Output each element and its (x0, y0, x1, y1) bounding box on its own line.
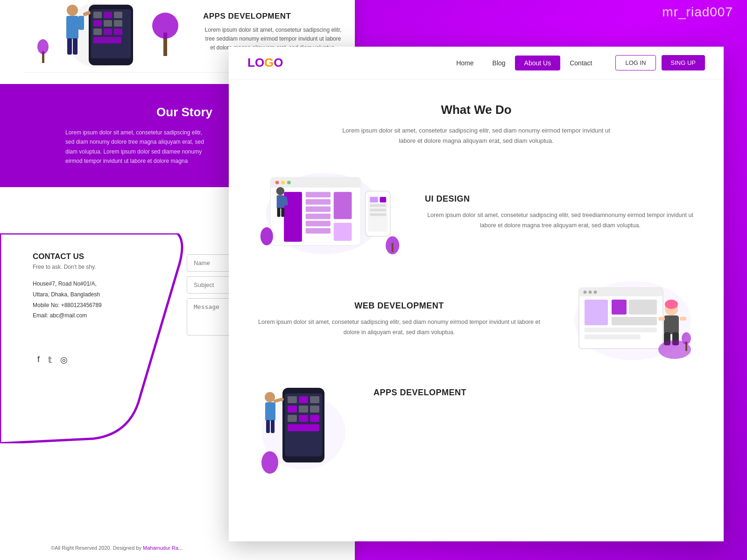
svg-point-27 (275, 181, 279, 184)
designer-name: Mahamudur Ra... (143, 545, 183, 551)
login-button[interactable]: LOG IN (615, 55, 655, 70)
svg-rect-81 (299, 396, 308, 403)
svg-point-76 (682, 332, 691, 344)
svg-point-53 (261, 227, 273, 245)
svg-rect-42 (380, 197, 387, 203)
ui-design-text: UI DESIGN Lorem ipsum dolor sit amet, co… (416, 194, 696, 231)
svg-rect-91 (265, 402, 275, 421)
svg-rect-64 (612, 317, 657, 325)
svg-rect-31 (306, 192, 331, 198)
svg-rect-65 (585, 328, 657, 332)
svg-rect-11 (114, 28, 122, 35)
svg-rect-33 (306, 207, 331, 212)
apps-dev-bottom-section: APPS DEVELOPMENT (229, 374, 724, 488)
svg-rect-63 (629, 300, 657, 315)
svg-rect-44 (370, 209, 386, 211)
svg-rect-83 (288, 406, 297, 413)
contact-address: House#7, Road No#01/A, Uttara, Dhaka, Ba… (33, 279, 168, 321)
svg-point-46 (276, 187, 284, 195)
svg-rect-49 (277, 208, 281, 217)
svg-rect-6 (93, 20, 102, 27)
signup-button[interactable]: SING UP (662, 55, 705, 70)
svg-rect-84 (299, 406, 308, 413)
our-story-title: Our Story (65, 105, 212, 119)
svg-rect-52 (392, 243, 394, 252)
svg-point-13 (67, 5, 78, 16)
svg-rect-8 (114, 20, 122, 27)
svg-rect-66 (585, 335, 641, 339)
ui-design-section: UI DESIGN Lorem ipsum dolor sit amet, co… (229, 160, 724, 269)
svg-rect-34 (306, 214, 331, 219)
svg-rect-62 (612, 300, 627, 315)
svg-point-90 (265, 392, 275, 402)
svg-rect-35 (306, 221, 331, 227)
svg-rect-93 (266, 420, 270, 433)
web-dev-section: WEB DEVELOPMENT Lorem ipsum dolor sit am… (229, 269, 724, 374)
svg-rect-69 (664, 315, 679, 334)
web-dev-text: WEB DEVELOPMENT Lorem ipsum dolor sit am… (257, 301, 542, 337)
svg-rect-5 (114, 12, 122, 18)
svg-rect-17 (67, 38, 72, 55)
ui-design-body: Lorem ipsum dolor sit amet, consetetur s… (425, 210, 696, 231)
instagram-icon[interactable]: ◎ (60, 355, 68, 365)
svg-rect-32 (306, 199, 331, 205)
svg-rect-50 (281, 208, 284, 217)
web-dev-illustration (556, 274, 696, 364)
svg-rect-45 (370, 213, 386, 216)
what-we-do-section: What We Do Lorem ipsum dolor sit amet, c… (229, 79, 724, 160)
ui-design-title: UI DESIGN (425, 194, 696, 204)
svg-point-20 (152, 13, 178, 39)
svg-rect-80 (288, 396, 297, 403)
web-dev-title: WEB DEVELOPMENT (257, 301, 542, 311)
svg-rect-94 (271, 420, 275, 433)
footer-text: ©All Right Reserved 2020. Designed by (51, 545, 143, 551)
svg-point-29 (287, 181, 291, 184)
nav-links: Home Blog About Us Contact (447, 56, 601, 70)
svg-point-95 (261, 451, 278, 474)
nav-buttons: LOG IN SING UP (615, 55, 705, 70)
what-we-do-body: Lorem ipsum dolor sit amet, consetetur s… (336, 126, 616, 146)
svg-rect-36 (306, 228, 331, 234)
svg-rect-72 (658, 317, 665, 321)
watermark: mr_riad007 (662, 5, 733, 20)
svg-point-22 (37, 39, 49, 54)
ui-design-illustration (257, 165, 402, 260)
svg-point-58 (584, 291, 587, 294)
svg-rect-43 (370, 204, 386, 207)
svg-rect-88 (310, 415, 319, 422)
svg-rect-38 (334, 223, 352, 241)
what-we-do-title: What We Do (266, 103, 686, 117)
svg-point-28 (281, 181, 285, 184)
nav-blog[interactable]: Blog (483, 56, 515, 70)
contact-tagline: Free to ask. Don't be shy. (33, 264, 168, 270)
svg-point-59 (589, 291, 592, 294)
svg-rect-7 (104, 20, 112, 27)
svg-rect-3 (93, 12, 102, 18)
apps-dev-bottom-text: APPS DEVELOPMENT (374, 378, 696, 404)
svg-rect-73 (680, 317, 686, 321)
navbar: LOGO Home Blog About Us Contact LOG IN S… (229, 47, 724, 79)
svg-rect-61 (585, 300, 608, 325)
nav-home[interactable]: Home (447, 56, 483, 70)
svg-rect-18 (73, 38, 78, 55)
apps-dev-bottom-title: APPS DEVELOPMENT (374, 388, 696, 398)
svg-rect-85 (310, 406, 319, 413)
web-dev-body: Lorem ipsum dolor sit amet, consetetur s… (257, 317, 542, 337)
svg-rect-4 (104, 12, 112, 18)
svg-rect-14 (66, 16, 78, 39)
contact-heading: CONTACT US (33, 252, 168, 261)
svg-rect-89 (288, 424, 319, 431)
nav-contact[interactable]: Contact (560, 56, 601, 70)
apps-dev-bottom-illustration (257, 378, 359, 478)
svg-rect-12 (93, 37, 121, 43)
facebook-icon[interactable]: f (37, 355, 40, 365)
nav-about[interactable]: About Us (515, 56, 561, 70)
front-page: LOGO Home Blog About Us Contact LOG IN S… (229, 47, 724, 541)
svg-rect-57 (579, 293, 663, 296)
svg-rect-37 (334, 192, 352, 219)
svg-rect-87 (299, 415, 308, 422)
svg-rect-41 (370, 197, 378, 203)
logo: LOGO (247, 56, 283, 70)
svg-rect-9 (93, 28, 102, 35)
twitter-icon[interactable]: 𝕥 (48, 355, 52, 365)
